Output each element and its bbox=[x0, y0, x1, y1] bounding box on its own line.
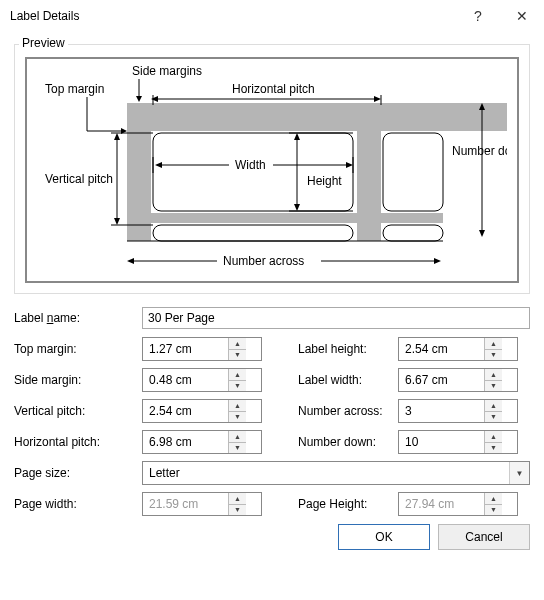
top-margin-label: Top margin: bbox=[14, 342, 142, 356]
svg-rect-5 bbox=[383, 133, 443, 211]
spin-down-icon[interactable]: ▼ bbox=[229, 380, 246, 392]
spin-up-icon[interactable]: ▲ bbox=[229, 369, 246, 380]
svg-marker-23 bbox=[114, 133, 120, 140]
spin-up-icon[interactable]: ▲ bbox=[485, 338, 502, 349]
spin-up-icon[interactable]: ▲ bbox=[229, 338, 246, 349]
spin-down-icon[interactable]: ▼ bbox=[485, 380, 502, 392]
spin-down-icon[interactable]: ▼ bbox=[485, 442, 502, 454]
help-icon[interactable]: ? bbox=[456, 0, 500, 32]
svg-marker-21 bbox=[479, 230, 485, 237]
spin-down-icon: ▼ bbox=[485, 504, 502, 516]
top-margin-input[interactable]: ▲▼ bbox=[142, 337, 262, 361]
spin-up-icon: ▲ bbox=[229, 493, 246, 504]
button-bar: OK Cancel bbox=[14, 524, 530, 550]
vertical-pitch-label: Vertical pitch: bbox=[14, 404, 142, 418]
number-down-input[interactable]: ▲▼ bbox=[398, 430, 518, 454]
svg-marker-15 bbox=[151, 96, 158, 102]
label-diagram: Side margins Top margin Horizontal pitch… bbox=[25, 57, 519, 283]
label-height-label: Label height: bbox=[298, 342, 398, 356]
horizontal-pitch-input[interactable]: ▲▼ bbox=[142, 430, 262, 454]
lbl-height: Height bbox=[307, 174, 342, 188]
spin-down-icon[interactable]: ▼ bbox=[485, 411, 502, 423]
lbl-horizontal-pitch: Horizontal pitch bbox=[232, 82, 315, 96]
titlebar: Label Details ? ✕ bbox=[0, 0, 544, 32]
number-down-label: Number down: bbox=[298, 435, 398, 449]
page-width-label: Page width: bbox=[14, 497, 142, 511]
cancel-button[interactable]: Cancel bbox=[438, 524, 530, 550]
preview-legend: Preview bbox=[19, 36, 68, 50]
svg-rect-0 bbox=[127, 103, 507, 131]
label-width-label: Label width: bbox=[298, 373, 398, 387]
lbl-top-margin: Top margin bbox=[45, 82, 104, 96]
svg-marker-24 bbox=[114, 218, 120, 225]
label-height-input[interactable]: ▲▼ bbox=[398, 337, 518, 361]
spin-up-icon[interactable]: ▲ bbox=[485, 400, 502, 411]
lbl-width: Width bbox=[235, 158, 266, 172]
side-margin-label: Side margin: bbox=[14, 373, 142, 387]
svg-marker-41 bbox=[434, 258, 441, 264]
spin-up-icon: ▲ bbox=[485, 493, 502, 504]
spin-up-icon[interactable]: ▲ bbox=[229, 431, 246, 442]
ok-button[interactable]: OK bbox=[338, 524, 430, 550]
svg-rect-6 bbox=[153, 225, 353, 241]
label-name-label: Label name: bbox=[14, 311, 142, 325]
spin-up-icon[interactable]: ▲ bbox=[485, 431, 502, 442]
dialog-title: Label Details bbox=[10, 9, 456, 23]
lbl-side-margins: Side margins bbox=[132, 65, 202, 78]
vertical-pitch-input[interactable]: ▲▼ bbox=[142, 399, 262, 423]
chevron-down-icon[interactable]: ▼ bbox=[509, 462, 529, 484]
page-height-input: ▲▼ bbox=[398, 492, 518, 516]
page-size-value: Letter bbox=[143, 466, 509, 480]
lbl-vertical-pitch: Vertical pitch bbox=[45, 172, 113, 186]
spin-down-icon[interactable]: ▼ bbox=[229, 349, 246, 361]
close-icon[interactable]: ✕ bbox=[500, 0, 544, 32]
spin-down-icon[interactable]: ▼ bbox=[485, 349, 502, 361]
page-size-select[interactable]: Letter ▼ bbox=[142, 461, 530, 485]
number-across-input[interactable]: ▲▼ bbox=[398, 399, 518, 423]
page-height-label: Page Height: bbox=[298, 497, 398, 511]
spin-down-icon[interactable]: ▼ bbox=[229, 411, 246, 423]
number-across-label: Number across: bbox=[298, 404, 398, 418]
spin-up-icon[interactable]: ▲ bbox=[485, 369, 502, 380]
page-size-label: Page size: bbox=[14, 466, 142, 480]
preview-group: Preview Side margins Top margin bbox=[14, 44, 530, 294]
svg-marker-10 bbox=[136, 96, 142, 102]
svg-rect-4 bbox=[153, 133, 353, 211]
svg-rect-3 bbox=[357, 103, 381, 241]
svg-marker-16 bbox=[374, 96, 381, 102]
row-label-name: Label name: bbox=[14, 306, 530, 330]
label-width-input[interactable]: ▲▼ bbox=[398, 368, 518, 392]
side-margin-input[interactable]: ▲▼ bbox=[142, 368, 262, 392]
dialog-body: Preview Side margins Top margin bbox=[0, 32, 544, 560]
spin-down-icon[interactable]: ▼ bbox=[229, 442, 246, 454]
page-width-input: ▲▼ bbox=[142, 492, 262, 516]
form: Label name: Top margin: ▲▼ Label height:… bbox=[14, 306, 530, 550]
spin-up-icon[interactable]: ▲ bbox=[229, 400, 246, 411]
svg-rect-7 bbox=[383, 225, 443, 241]
lbl-number-across: Number across bbox=[223, 254, 304, 268]
svg-marker-40 bbox=[127, 258, 134, 264]
label-name-input[interactable] bbox=[142, 307, 530, 329]
svg-rect-2 bbox=[127, 103, 151, 241]
spin-down-icon: ▼ bbox=[229, 504, 246, 516]
svg-rect-1 bbox=[127, 213, 443, 223]
horizontal-pitch-label: Horizontal pitch: bbox=[14, 435, 142, 449]
lbl-number-down: Number down bbox=[452, 144, 507, 158]
